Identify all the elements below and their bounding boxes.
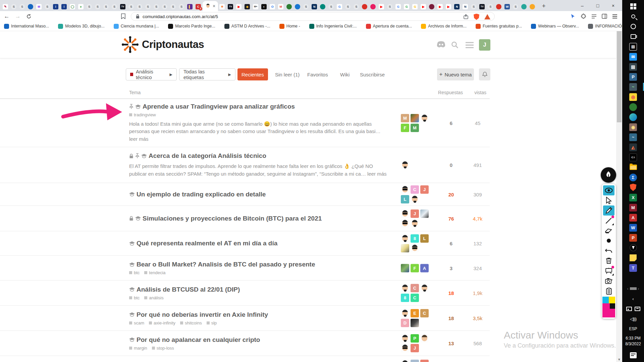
poster-avatar[interactable]: L xyxy=(420,234,429,243)
taskbar-scroll-control[interactable]: ‹› xyxy=(622,284,644,294)
topic-title[interactable]: Análisis de BTCUSD al 22/01 (DIP) xyxy=(129,286,394,293)
poster-avatar[interactable] xyxy=(411,319,419,327)
minimize-button[interactable]: – xyxy=(575,0,590,11)
poster-avatar[interactable] xyxy=(401,264,409,272)
browser-tab[interactable]: ▶ xyxy=(235,2,243,11)
poster-avatar[interactable]: J xyxy=(420,185,429,194)
poster-avatar[interactable]: 8 xyxy=(401,294,409,302)
site-logo[interactable]: Criptonautas xyxy=(122,36,204,53)
poster-avatar[interactable] xyxy=(401,309,409,317)
browser-tab[interactable] xyxy=(495,2,503,11)
browser-tab[interactable]: ✳ xyxy=(218,2,226,11)
whiteboard-tool[interactable] xyxy=(603,266,614,276)
topic-title[interactable]: Simulaciones y proyecciones de Bitcoin (… xyxy=(129,215,394,222)
taskbar-sticky-notes[interactable] xyxy=(622,253,644,263)
topic-title-text[interactable]: Aprende a usar Tradingview para analizar… xyxy=(143,103,295,110)
topic-replies-count[interactable]: 76 xyxy=(441,216,461,221)
browser-tab[interactable]: N xyxy=(461,2,469,11)
browser-tab[interactable]: M xyxy=(35,2,43,11)
bookmark-item[interactable]: Ciencia mundana |... xyxy=(114,24,159,29)
topic-title[interactable]: Por qué no deberías invertir en Axie Inf… xyxy=(129,311,394,318)
search-icon[interactable] xyxy=(451,41,459,49)
browser-tab[interactable]: ◆ xyxy=(243,2,251,11)
topic-title[interactable]: Aprende a usar Tradingview para analizar… xyxy=(129,103,394,110)
topic-title-text[interactable]: Bear o Bull Market? Analisis de BTC del … xyxy=(137,261,315,268)
poster-avatar[interactable]: J xyxy=(411,344,419,352)
poster-avatar[interactable] xyxy=(401,284,409,292)
cast-icon[interactable] xyxy=(626,307,632,311)
new-topic-button[interactable]: + Nuevo tema xyxy=(437,68,474,80)
line-tool[interactable] xyxy=(603,216,614,226)
topic-title-text[interactable]: Simulaciones y proyecciones de Bitcoin (… xyxy=(143,215,322,222)
bookmark-item[interactable]: Archivos de Inform... xyxy=(421,24,467,29)
poster-avatar[interactable] xyxy=(411,219,419,228)
poster-avatar[interactable]: F xyxy=(411,264,419,272)
tag-slp[interactable]: slp xyxy=(207,320,217,325)
action-center-button[interactable] xyxy=(622,349,644,362)
url-bar[interactable]: comunidad.criptonautas.com.ar/c/at/5 xyxy=(131,12,495,21)
topic-title-text[interactable]: Un ejemplo de trading explicado en detal… xyxy=(137,191,266,198)
pointer-icon[interactable] xyxy=(570,14,576,19)
new-tab-button[interactable]: + xyxy=(539,2,548,10)
tag-axie-infinity[interactable]: axie-infinity xyxy=(149,320,175,325)
bookmark-item[interactable]: Marcelo Pardo Inge... xyxy=(168,24,215,29)
browser-tab[interactable]: M+ xyxy=(252,2,260,11)
topic-replies-count[interactable]: 20 xyxy=(441,191,461,197)
language-indicator[interactable]: ESP xyxy=(622,324,644,334)
taskbar-mathtype[interactable]: Σ xyxy=(622,172,644,182)
taskbar-excel[interactable]: X xyxy=(622,192,644,202)
browser-tab[interactable]: S xyxy=(302,2,310,11)
taskbar-postgresql[interactable]: P xyxy=(622,72,644,82)
topic-excerpt[interactable]: Hola a todos! Esta mini guia que arme (n… xyxy=(129,120,389,142)
column-views[interactable]: vistas xyxy=(470,90,486,95)
taskbar-task-view[interactable] xyxy=(622,32,644,42)
nav-wiki[interactable]: Wiki xyxy=(336,68,354,80)
taskbar-microsoft-store[interactable]: ⊞ xyxy=(622,42,644,52)
poster-avatar[interactable] xyxy=(420,284,429,292)
taskbar-word[interactable]: W xyxy=(622,223,644,233)
bookmark-item[interactable]: Apertura de cuenta... xyxy=(366,24,412,29)
cursor-tool[interactable] xyxy=(603,195,614,205)
poster-avatar[interactable]: L xyxy=(401,195,409,203)
taskbar-file-explorer[interactable] xyxy=(622,162,644,172)
reading-list-icon[interactable] xyxy=(591,14,597,19)
scroll-thumb[interactable] xyxy=(630,287,637,290)
poster-avatar[interactable]: C xyxy=(411,294,419,302)
taskbar-miro[interactable]: M xyxy=(622,202,644,213)
browser-tab[interactable] xyxy=(319,2,327,11)
topic-title-text[interactable]: Qué representa realmente el AT en mi día… xyxy=(137,240,277,247)
tag-shitcoins[interactable]: shitcoins xyxy=(180,320,202,325)
browser-tab[interactable]: S xyxy=(110,2,118,11)
close-button[interactable]: × xyxy=(605,0,621,11)
palette-black[interactable] xyxy=(610,303,615,309)
browser-tab[interactable]: S xyxy=(161,2,169,11)
browser-tab[interactable]: G xyxy=(402,2,411,11)
extensions-puzzle-icon[interactable] xyxy=(581,13,586,19)
browser-tab[interactable]: TV xyxy=(119,2,127,11)
browser-tab[interactable]: e xyxy=(77,2,85,11)
palette-yellow[interactable] xyxy=(609,297,615,303)
poster-avatar[interactable] xyxy=(411,360,419,362)
taskbar-paint-3d[interactable]: ◉ xyxy=(622,122,644,132)
browser-tab[interactable]: S xyxy=(152,2,160,11)
bookmark-item[interactable]: Home - xyxy=(279,24,300,29)
browser-tab[interactable] xyxy=(369,2,377,11)
tab-close-icon[interactable]: × xyxy=(213,4,215,8)
size-dot[interactable] xyxy=(603,236,614,246)
browser-tab[interactable]: TV xyxy=(478,2,486,11)
tag-tradingview[interactable]: tradingview xyxy=(129,112,156,117)
poster-avatar[interactable]: E xyxy=(411,309,419,317)
brave-rewards-icon[interactable] xyxy=(484,14,490,19)
taskbar-autocad[interactable]: A xyxy=(622,213,644,223)
browser-tab[interactable] xyxy=(520,2,528,11)
browser-tab[interactable]: S xyxy=(512,2,520,11)
topic-replies-count[interactable]: 3 xyxy=(441,265,461,271)
reload-icon[interactable] xyxy=(24,12,33,21)
browser-tab[interactable]: C3 xyxy=(194,2,202,11)
tag-scam[interactable]: scam xyxy=(129,320,144,325)
poster-avatar[interactable] xyxy=(401,219,409,228)
scrollbar-thumb[interactable] xyxy=(617,31,622,122)
browser-tab[interactable]: ▶ xyxy=(436,2,444,11)
browser-tab[interactable]: G xyxy=(394,2,402,11)
browser-tab[interactable]: G xyxy=(411,2,419,11)
